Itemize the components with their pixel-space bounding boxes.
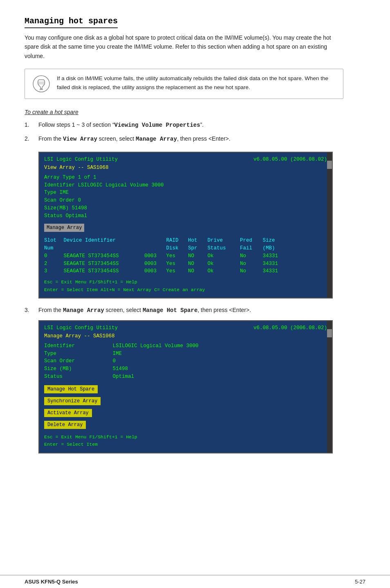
terminal2-synchronize-btn[interactable]: Synchronize Array xyxy=(44,397,101,405)
page-footer: ASUS KFN5-Q Series 5-27 xyxy=(0,575,390,588)
terminal2-footer: Esc = Exit Menu F1/Shift+1 = Help Enter … xyxy=(44,433,327,449)
terminal1-scrollbar[interactable] xyxy=(327,153,332,298)
terminal1-manage-button[interactable]: Manage Array xyxy=(44,224,84,232)
terminal2-size: Size (MB) 51498 xyxy=(44,365,327,373)
terminal1-header-left: LSI Logic Config Utility xyxy=(44,157,118,162)
subsection-heading: To create a hot spare xyxy=(25,109,365,115)
terminal1-body: Array Type 1 of 1 Identifier LSILOGIC Lo… xyxy=(44,174,327,275)
step1-text: Follow steps 1 ~ 3 of section “Viewing V… xyxy=(38,120,343,130)
terminal1-row-0: 0 SEAGATE ST373454SS 0003 Yes NO Ok No 3… xyxy=(44,252,327,260)
terminal2-scrollbar[interactable] xyxy=(327,321,332,453)
note-box: If a disk on IM/IME volume fails, the ut… xyxy=(25,69,343,99)
t1-status-label: Status xyxy=(44,213,66,219)
note-icon xyxy=(31,74,51,94)
terminal1-footer1: Esc = Exit Menu F1/Shift+1 = Help xyxy=(44,278,327,286)
terminal1-row-3: 3 SEAGATE ST373454SS 0003 Yes NO Ok No 3… xyxy=(44,267,327,275)
step3-before: From the xyxy=(38,307,63,313)
step2-middle: screen, select xyxy=(97,135,136,142)
step-1: 1. Follow steps 1 ~ 3 of section “Viewin… xyxy=(25,120,343,130)
t1-id-val: LSILOGIC Logical Volume 3000 xyxy=(78,182,164,188)
t2-type-val: IME xyxy=(113,351,122,357)
terminal1-table-header-row2: Num Disk Spr Status Fail (MB) xyxy=(44,245,327,252)
footer-brand: ASUS KFN5-Q Series xyxy=(25,579,78,585)
step2-text: From the View Array screen, select Manag… xyxy=(38,134,343,144)
terminal1-manage-btn-wrapper: Manage Array xyxy=(44,222,327,233)
section-heading: Managing hot spares xyxy=(25,16,118,28)
step2-before: From the xyxy=(38,135,63,142)
terminal1-table-header-row1: Slot Device Identifier RAID Hot Drive Pr… xyxy=(44,237,327,245)
terminal2-footer2: Enter = Select Item xyxy=(44,441,327,448)
footer-page: 5-27 xyxy=(355,579,365,585)
terminal1-identifier: Identifier LSILOGIC Logical Volume 3000 xyxy=(44,182,327,189)
t2-id-val: LSILOGIC Logical Volume 3000 xyxy=(113,343,199,349)
terminal2-footer1: Esc = Exit Menu F1/Shift+1 = Help xyxy=(44,433,327,441)
terminal2-type: Type IME xyxy=(44,350,327,358)
terminal-1: LSI Logic Config Utility v6.08.05.00 (20… xyxy=(38,152,333,298)
terminal2-delete-btn[interactable]: Delete Array xyxy=(44,421,86,429)
terminal1-status: Status Optimal xyxy=(44,212,327,220)
t1-size-label: Size(MB) xyxy=(44,205,72,211)
step1-num: 1. xyxy=(25,120,34,130)
step3-after: , then press <Enter>. xyxy=(197,307,251,313)
terminal1-array-type: Array Type 1 of 1 xyxy=(44,174,327,182)
terminal2-body: Identifier LSILOGIC Logical Volume 3000 … xyxy=(44,342,327,430)
page-content: Managing hot spares You may configure on… xyxy=(0,0,390,486)
terminal2-manage-hot-spare-wrapper: Manage Hot Spare xyxy=(44,384,327,395)
step1-bold1: Viewing Volume Properties xyxy=(114,122,200,128)
t1-id-label: Identifier xyxy=(44,182,78,188)
terminal-2: LSI Logic Config Utility v6.08.05.00 (20… xyxy=(38,320,333,453)
step-3: 3. From the Manage Array screen, select … xyxy=(25,307,365,314)
terminal2-header-left: LSI Logic Config Utility xyxy=(44,325,118,331)
terminal2-activate-btn[interactable]: Activate Array xyxy=(44,409,92,417)
terminal1-header: LSI Logic Config Utility v6.08.05.00 (20… xyxy=(44,157,327,162)
step2-bold1: View Array xyxy=(63,136,97,142)
t1-scan-label: Scan Order xyxy=(44,197,78,203)
step2-num: 2. xyxy=(25,134,34,144)
step-2: 2. From the View Array screen, select Ma… xyxy=(25,134,343,144)
step1-before: Follow steps 1 ~ 3 of section “ xyxy=(38,121,114,128)
terminal2-synchronize-wrapper: Synchronize Array xyxy=(44,396,327,406)
terminal2-scrollbar-thumb xyxy=(327,329,332,337)
steps-list: 1. Follow steps 1 ~ 3 of section “Viewin… xyxy=(25,120,365,144)
t1-status-val: Optimal xyxy=(66,213,87,219)
terminal1-footer: Esc = Exit Menu F1/Shift+1 = Help Enter … xyxy=(44,278,327,294)
terminal2-header-right: v6.08.05.00 (2006.08.02) xyxy=(253,325,327,331)
terminal1-size: Size(MB) 51498 xyxy=(44,204,327,212)
t1-type-val: IME xyxy=(60,190,69,195)
step3-bold1: Manage Array xyxy=(63,307,104,314)
terminal1-footer2: Enter = Select Item Alt+N = Next Array C… xyxy=(44,286,327,294)
note-text: If a disk on IM/IME volume fails, the ut… xyxy=(57,74,336,92)
t1-array-type-val: 1 of 1 xyxy=(78,175,96,180)
step2-after: , then press <Enter>. xyxy=(177,135,231,142)
step3-bold2: Manage Hot Spare xyxy=(143,307,197,314)
t1-type-label: Type xyxy=(44,190,60,195)
step3-middle: screen, select xyxy=(104,307,143,313)
t2-size-val: 51498 xyxy=(113,366,128,372)
step2-bold2: Manage Array xyxy=(136,136,177,142)
terminal2-delete-wrapper: Delete Array xyxy=(44,420,327,430)
t2-status-val: Optimal xyxy=(113,374,134,379)
t1-array-type-label: Array Type xyxy=(44,175,78,180)
terminal1-row-2: 2 SEAGATE ST373454SS 0003 Yes NO Ok No 3… xyxy=(44,260,327,268)
step1-after: ”. xyxy=(200,121,204,128)
terminal2-activate-wrapper: Activate Array xyxy=(44,408,327,418)
terminal1-scan-order: Scan Order 0 xyxy=(44,197,327,204)
t2-scan-val: 0 xyxy=(113,358,116,364)
terminal1-scrollbar-thumb xyxy=(327,161,332,169)
step3-text: From the Manage Array screen, select Man… xyxy=(38,307,365,314)
terminal1-type: Type IME xyxy=(44,189,327,197)
terminal1-subheader: View Array -- SAS1068 xyxy=(44,165,327,171)
t1-scan-val: 0 xyxy=(78,197,81,203)
step3-num: 3. xyxy=(25,307,34,314)
terminal2-subheader: Manage Array -- SAS1068 xyxy=(44,333,327,339)
terminal2-identifier: Identifier LSILOGIC Logical Volume 3000 xyxy=(44,342,327,350)
terminal2-scan-order: Scan Order 0 xyxy=(44,357,327,365)
terminal1-header-right: v6.08.05.00 (2006.08.02) xyxy=(253,157,327,162)
t1-size-val: 51498 xyxy=(72,205,87,211)
terminal2-manage-hot-spare-btn[interactable]: Manage Hot Spare xyxy=(44,385,98,393)
terminal2-header: LSI Logic Config Utility v6.08.05.00 (20… xyxy=(44,325,327,331)
intro-text: You may configure one disk as a global h… xyxy=(25,33,343,61)
terminal2-status: Status Optimal xyxy=(44,373,327,381)
